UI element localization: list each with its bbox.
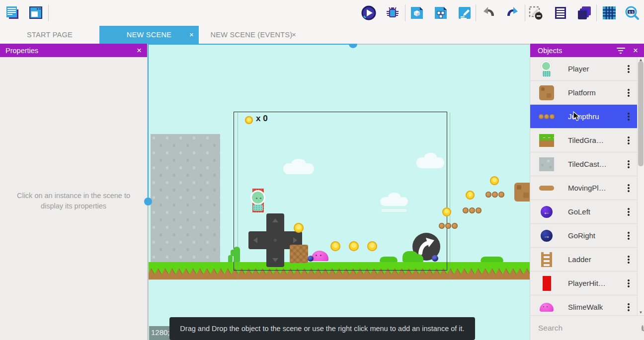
grid-icon[interactable]	[602, 5, 617, 20]
row-menu-icon[interactable]	[628, 211, 630, 213]
cactus-decoration[interactable]	[228, 255, 233, 262]
horizontal-scrollbar-track[interactable]	[353, 44, 530, 45]
coin-instance[interactable]	[349, 241, 359, 251]
object-row-playerhitbox[interactable]: PlayerHit…	[530, 272, 638, 295]
object-row-tiledgrass[interactable]: TiledGra…	[530, 129, 638, 152]
bush-decoration[interactable]	[380, 257, 398, 262]
undo-icon[interactable]	[482, 5, 496, 20]
row-menu-icon[interactable]	[628, 139, 630, 141]
row-menu-icon[interactable]	[628, 187, 630, 189]
player-helmet	[250, 190, 265, 205]
edit-scene-properties-icon[interactable]	[457, 5, 472, 20]
close-icon[interactable]: ×	[137, 47, 142, 55]
object-row-goright[interactable]: → GoRight	[530, 224, 638, 248]
object-row-slimewalk[interactable]: SlimeWalk	[530, 295, 638, 315]
play-icon[interactable]	[361, 5, 376, 20]
player-face	[256, 198, 257, 199]
row-menu-icon[interactable]	[628, 116, 630, 118]
row-menu-icon[interactable]	[628, 259, 630, 261]
jumpthru-instance[interactable]	[439, 223, 458, 229]
tab-label: NEW SCENE (EVENTS)	[211, 31, 293, 39]
svg-text:1:1: 1:1	[629, 10, 634, 14]
coin-instance[interactable]	[294, 223, 304, 233]
coin-instance[interactable]	[490, 176, 499, 185]
scene-canvas[interactable]: x 0	[148, 44, 530, 340]
debugger-bug-icon[interactable]	[385, 5, 400, 20]
vertical-scrollbar-track[interactable]	[148, 44, 149, 199]
coin-instance[interactable]	[466, 191, 475, 200]
left-arrow-ball-icon: ←	[538, 203, 555, 221]
row-menu-icon[interactable]	[628, 235, 630, 237]
brown-block-icon	[538, 84, 555, 102]
edit-object-groups-icon[interactable]	[433, 5, 448, 20]
close-icon[interactable]: ×	[292, 30, 296, 39]
object-row-movingplatform[interactable]: MovingPl…	[530, 176, 638, 200]
properties-panel-header: Properties ×	[0, 44, 147, 57]
dpad-left-arrow-icon	[253, 237, 257, 243]
ladder-icon	[538, 251, 555, 269]
object-search-row	[530, 315, 644, 340]
coin-instance[interactable]	[442, 207, 451, 216]
player-body	[253, 204, 263, 211]
jumpthru-instance[interactable]	[463, 207, 482, 213]
frame-guide-line	[450, 113, 450, 279]
player-instance[interactable]	[250, 189, 265, 212]
vertical-scrollbar-handle[interactable]	[144, 198, 152, 205]
moving-platform-icon	[538, 179, 555, 197]
object-row-goleft[interactable]: ← GoLeft	[530, 200, 638, 224]
bush-decoration[interactable]	[402, 251, 418, 262]
platform-instance[interactable]	[514, 183, 530, 202]
object-row-ladder[interactable]: Ladder	[530, 248, 638, 272]
objects-scrollbar[interactable]: ▲ ▼	[637, 57, 644, 315]
goleft-ball-instance[interactable]	[308, 256, 314, 262]
scrollbar-thumb[interactable]	[638, 61, 644, 166]
redo-icon[interactable]	[505, 5, 520, 20]
toolbar-divider	[476, 4, 476, 21]
filter-icon[interactable]	[616, 48, 625, 54]
edit-objects-icon[interactable]	[409, 5, 424, 20]
coin-instance[interactable]	[367, 241, 377, 251]
row-menu-icon[interactable]	[628, 68, 630, 70]
three-logs-icon	[538, 108, 555, 126]
red-hitbox-icon	[538, 274, 555, 292]
drag-drop-tooltip: Drag and Drop the object to the scene or…	[169, 317, 475, 340]
bush-decoration[interactable]	[481, 257, 503, 262]
player-alien-icon	[538, 60, 555, 78]
object-row-jumpthru[interactable]: Jumpthru	[530, 105, 638, 129]
hud-coin-count: x 0	[256, 114, 268, 124]
castle-tile-icon	[538, 155, 555, 173]
dpad-center-dot	[274, 239, 277, 242]
search-input[interactable]	[538, 324, 638, 333]
scroll-down-icon[interactable]: ▼	[638, 310, 644, 315]
goright-ball-instance[interactable]	[432, 255, 438, 262]
cactus-decoration[interactable]	[234, 247, 240, 262]
jumpthru-instance[interactable]	[485, 192, 504, 198]
castle-wall-instance[interactable]	[151, 134, 220, 262]
tab-start-page[interactable]: START PAGE	[0, 26, 99, 44]
coin-instance[interactable]	[330, 241, 340, 251]
properties-empty-message: Click on an instance in the scene to dis…	[0, 191, 147, 211]
main-toolbar: 1:1	[0, 0, 644, 26]
zoom-1to1-icon[interactable]: 1:1	[624, 5, 640, 20]
object-row-platform[interactable]: Platform	[530, 81, 638, 105]
row-menu-icon[interactable]	[628, 282, 630, 284]
start-page-window-icon[interactable]	[28, 5, 43, 20]
project-manager-icon[interactable]	[5, 5, 20, 20]
row-menu-icon[interactable]	[628, 92, 630, 94]
close-icon[interactable]: ×	[633, 47, 638, 55]
tab-new-scene[interactable]: NEW SCENE ×	[99, 26, 199, 44]
object-row-player[interactable]: Player	[530, 57, 638, 81]
hud-coin-icon	[245, 116, 253, 124]
instances-list-icon[interactable]	[553, 5, 568, 20]
tab-new-scene-events[interactable]: NEW SCENE (EVENTS) ×	[199, 26, 304, 44]
platform-instance[interactable]	[290, 245, 308, 263]
close-icon[interactable]: ×	[189, 30, 194, 39]
row-menu-icon[interactable]	[628, 306, 630, 308]
row-menu-icon[interactable]	[628, 163, 630, 165]
vertical-scrollbar-track[interactable]	[148, 202, 149, 340]
clear-selection-icon[interactable]	[528, 5, 543, 20]
object-row-tiledcastle[interactable]: TiledCast…	[530, 152, 638, 176]
layers-icon[interactable]	[577, 5, 592, 20]
dpad-up-arrow-icon	[272, 218, 278, 222]
horizontal-scrollbar-track[interactable]	[148, 44, 353, 45]
